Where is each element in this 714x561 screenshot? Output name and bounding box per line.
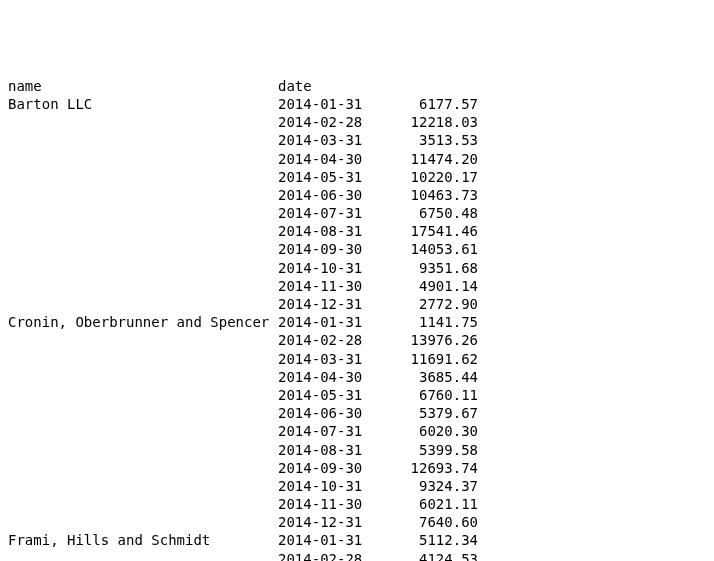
table-row: 2014-02-2812218.03 <box>8 113 706 131</box>
cell-value: 10220.17 <box>383 168 478 186</box>
cell-value: 1141.75 <box>383 313 478 331</box>
table-row: 2014-02-284124.53 <box>8 550 706 561</box>
table-row: 2014-10-319351.68 <box>8 259 706 277</box>
cell-name <box>8 404 278 422</box>
table-row: 2014-02-2813976.26 <box>8 331 706 349</box>
table-row: 2014-05-3110220.17 <box>8 168 706 186</box>
table-row: 2014-07-316020.30 <box>8 422 706 440</box>
cell-date: 2014-05-31 <box>278 386 383 404</box>
table-row: 2014-08-315399.58 <box>8 441 706 459</box>
cell-date: 2014-11-30 <box>278 495 383 513</box>
cell-name <box>8 441 278 459</box>
cell-date: 2014-05-31 <box>278 168 383 186</box>
cell-date: 2014-03-31 <box>278 350 383 368</box>
cell-value: 2772.90 <box>383 295 478 313</box>
cell-value: 5112.34 <box>383 531 478 549</box>
cell-date: 2014-10-31 <box>278 259 383 277</box>
cell-date: 2014-12-31 <box>278 513 383 531</box>
table-row: 2014-03-313513.53 <box>8 131 706 149</box>
cell-value: 9324.37 <box>383 477 478 495</box>
data-table: namedateBarton LLC2014-01-316177.572014-… <box>8 77 706 561</box>
cell-date: 2014-09-30 <box>278 240 383 258</box>
cell-name <box>8 168 278 186</box>
cell-date: 2014-04-30 <box>278 150 383 168</box>
cell-value: 3685.44 <box>383 368 478 386</box>
cell-date: 2014-06-30 <box>278 404 383 422</box>
cell-name <box>8 150 278 168</box>
cell-value: 6750.48 <box>383 204 478 222</box>
cell-date: 2014-02-28 <box>278 331 383 349</box>
cell-value: 11691.62 <box>383 350 478 368</box>
cell-name <box>8 186 278 204</box>
cell-date: 2014-02-28 <box>278 550 383 561</box>
cell-name <box>8 368 278 386</box>
cell-date: 2014-03-31 <box>278 131 383 149</box>
cell-value: 12693.74 <box>383 459 478 477</box>
cell-value: 13976.26 <box>383 331 478 349</box>
cell-date: 2014-02-28 <box>278 113 383 131</box>
cell-name <box>8 131 278 149</box>
cell-value: 11474.20 <box>383 150 478 168</box>
cell-value: 5379.67 <box>383 404 478 422</box>
cell-name: Cronin, Oberbrunner and Spencer <box>8 313 278 331</box>
table-row: 2014-10-319324.37 <box>8 477 706 495</box>
table-row: 2014-03-3111691.62 <box>8 350 706 368</box>
cell-date: 2014-07-31 <box>278 204 383 222</box>
table-row: 2014-06-305379.67 <box>8 404 706 422</box>
cell-date: 2014-08-31 <box>278 222 383 240</box>
cell-value: 6021.11 <box>383 495 478 513</box>
cell-value: 4901.14 <box>383 277 478 295</box>
table-row: 2014-05-316760.11 <box>8 386 706 404</box>
cell-name <box>8 240 278 258</box>
cell-date: 2014-01-31 <box>278 95 383 113</box>
table-row: 2014-12-317640.60 <box>8 513 706 531</box>
cell-value: 14053.61 <box>383 240 478 258</box>
header-name: name <box>8 77 278 95</box>
cell-name <box>8 113 278 131</box>
cell-date: 2014-09-30 <box>278 459 383 477</box>
cell-name <box>8 550 278 561</box>
cell-name <box>8 459 278 477</box>
table-row: 2014-09-3012693.74 <box>8 459 706 477</box>
cell-name <box>8 295 278 313</box>
cell-date: 2014-01-31 <box>278 313 383 331</box>
cell-date: 2014-07-31 <box>278 422 383 440</box>
cell-date: 2014-08-31 <box>278 441 383 459</box>
cell-date: 2014-11-30 <box>278 277 383 295</box>
cell-name <box>8 386 278 404</box>
cell-name <box>8 331 278 349</box>
cell-date: 2014-01-31 <box>278 531 383 549</box>
cell-date: 2014-12-31 <box>278 295 383 313</box>
cell-value: 6020.30 <box>383 422 478 440</box>
cell-name: Frami, Hills and Schmidt <box>8 531 278 549</box>
cell-name <box>8 422 278 440</box>
cell-value: 7640.60 <box>383 513 478 531</box>
table-row: 2014-06-3010463.73 <box>8 186 706 204</box>
cell-date: 2014-10-31 <box>278 477 383 495</box>
cell-name <box>8 495 278 513</box>
table-row: 2014-04-3011474.20 <box>8 150 706 168</box>
cell-value: 9351.68 <box>383 259 478 277</box>
table-row: Cronin, Oberbrunner and Spencer2014-01-3… <box>8 313 706 331</box>
header-value <box>383 77 478 95</box>
cell-name <box>8 204 278 222</box>
table-row: 2014-09-3014053.61 <box>8 240 706 258</box>
cell-name <box>8 277 278 295</box>
cell-value: 10463.73 <box>383 186 478 204</box>
cell-value: 5399.58 <box>383 441 478 459</box>
table-row: Barton LLC2014-01-316177.57 <box>8 95 706 113</box>
header-date: date <box>278 77 383 95</box>
cell-name <box>8 350 278 368</box>
table-row: 2014-07-316750.48 <box>8 204 706 222</box>
cell-name: Barton LLC <box>8 95 278 113</box>
cell-name <box>8 222 278 240</box>
cell-date: 2014-04-30 <box>278 368 383 386</box>
cell-name <box>8 513 278 531</box>
cell-value: 3513.53 <box>383 131 478 149</box>
cell-name <box>8 477 278 495</box>
cell-value: 12218.03 <box>383 113 478 131</box>
cell-date: 2014-06-30 <box>278 186 383 204</box>
header-row: namedate <box>8 77 706 95</box>
table-row: 2014-04-303685.44 <box>8 368 706 386</box>
table-row: Frami, Hills and Schmidt2014-01-315112.3… <box>8 531 706 549</box>
